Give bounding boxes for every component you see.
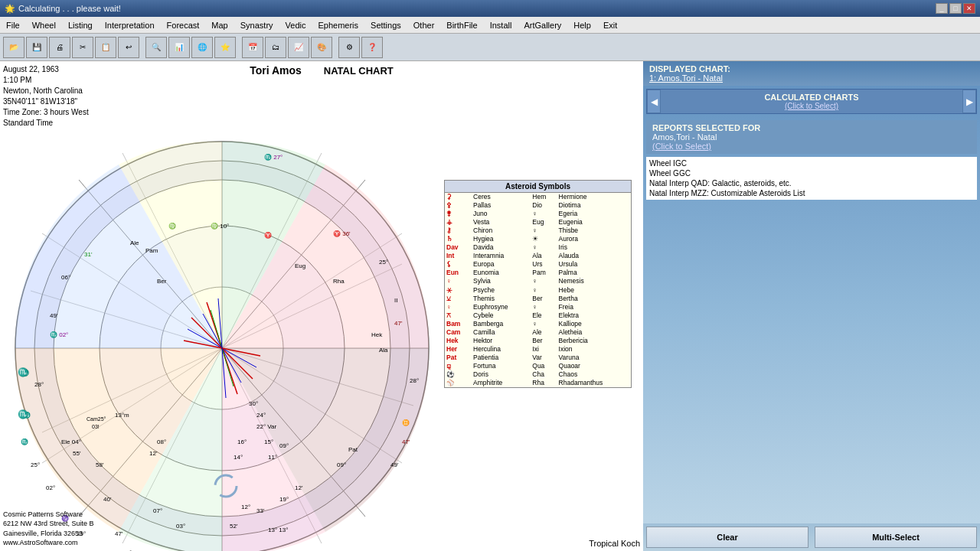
menu-item-artgallery[interactable]: ArtGallery <box>518 19 567 31</box>
close-button[interactable]: ✕ <box>963 3 975 14</box>
svg-text:♏: ♏ <box>21 438 28 445</box>
reports-subtitle[interactable]: (Click to Select) <box>652 142 971 151</box>
toolbar-btn-14[interactable]: ⚙ <box>338 37 360 58</box>
toolbar-btn-15[interactable]: ❓ <box>361 37 383 58</box>
report-item-2[interactable]: Natal Interp QAD: Galactic, asteroids, e… <box>648 178 975 188</box>
svg-text:28°: 28° <box>34 381 44 388</box>
toolbar-btn-3[interactable]: ✂ <box>72 37 93 58</box>
chart-date: August 22, 1963 <box>3 64 89 75</box>
svg-text:♈: ♈ <box>264 231 272 239</box>
displayed-chart-section: DISPLAYED CHART: 1: Amos,Tori - Natal <box>643 61 980 86</box>
asteroid-row-19: PatPatientiaVarVaruna <box>445 354 631 362</box>
svg-text:49': 49' <box>390 461 399 468</box>
toolbar-btn-12[interactable]: 📈 <box>288 37 309 58</box>
toolbar-btn-1[interactable]: 💾 <box>26 37 47 58</box>
menu-item-wheel[interactable]: Wheel <box>26 19 62 31</box>
menu-item-file[interactable]: File <box>0 19 26 31</box>
menu-item-listing[interactable]: Listing <box>62 19 99 31</box>
svg-text:47': 47' <box>115 530 123 537</box>
title-text: Calculating . . . please wait! <box>18 4 936 13</box>
menu-item-settings[interactable]: Settings <box>364 19 407 31</box>
menu-item-vedic[interactable]: Vedic <box>279 19 312 31</box>
svg-text:13°m: 13°m <box>115 412 129 419</box>
svg-text:28°: 28° <box>410 377 419 384</box>
svg-text:♍ 10°: ♍ 10° <box>211 222 229 230</box>
asteroid-row-21: ⚽DorisChaChaos <box>445 370 631 379</box>
asteroid-symbols-box: Asteroid Symbols ⚳CeresHemHermione⚴Palla… <box>444 180 632 388</box>
svg-text:07°: 07° <box>153 507 162 514</box>
multi-select-button[interactable]: Multi-Select <box>815 527 977 548</box>
svg-text:02°: 02° <box>46 484 55 491</box>
menu-item-interpretation[interactable]: Interpretation <box>99 19 161 31</box>
svg-text:Rha: Rha <box>333 278 345 285</box>
right-bottom-space <box>643 200 980 523</box>
displayed-chart-title: DISPLAYED CHART: <box>649 64 974 73</box>
asteroid-row-13: ♀Euphrosyne♀Freia <box>445 303 631 311</box>
footer-line3: Gainesville, Florida 32653 <box>3 529 94 539</box>
report-item-1[interactable]: Wheel GGC <box>648 168 975 178</box>
chart-footer-right: Tropical Koch <box>589 539 640 548</box>
asteroid-row-0: ⚳CeresHemHermione <box>445 193 631 201</box>
maximize-button[interactable]: □ <box>949 3 962 14</box>
svg-text:Pat: Pat <box>348 446 358 453</box>
svg-text:Ale: Ale <box>130 240 139 246</box>
asteroid-row-7: IntInteramniaAlaAlauda <box>445 252 631 260</box>
toolbar-btn-4[interactable]: 📋 <box>95 37 116 58</box>
report-item-0[interactable]: Wheel IGC <box>648 158 975 168</box>
calc-charts-prev-arrow[interactable]: ◀ <box>647 90 661 113</box>
svg-text:40': 40' <box>103 496 112 503</box>
asteroid-row-12: ⚺ThemisBerBertha <box>445 295 631 303</box>
toolbar-btn-8[interactable]: 🌐 <box>191 37 213 58</box>
menu-item-synastry[interactable]: Synastry <box>234 19 279 31</box>
svg-text:11°: 11° <box>268 454 277 461</box>
calc-charts-subtitle[interactable]: (Click to Select) <box>664 102 959 110</box>
menu-item-other[interactable]: Other <box>407 19 441 31</box>
reports-name: Amos,Tori - Natal <box>652 132 971 142</box>
asteroid-row-11: ⚹Psyche♀Hebe <box>445 286 631 295</box>
chart-type: NATAL CHART <box>324 65 394 77</box>
clear-button[interactable]: Clear <box>646 527 808 548</box>
main-layout: August 22, 1963 1:10 PM Newton, North Ca… <box>0 61 980 551</box>
menu-item-exit[interactable]: Exit <box>597 19 623 31</box>
svg-text:08°: 08° <box>157 439 166 445</box>
toolbar-btn-9[interactable]: ⭐ <box>214 37 236 58</box>
menu-item-help[interactable]: Help <box>567 19 597 31</box>
svg-text:12': 12' <box>295 484 303 491</box>
toolbar-btn-7[interactable]: 📊 <box>168 37 190 58</box>
minimize-button[interactable]: _ <box>936 3 948 14</box>
menu-item-ephemeris[interactable]: Ephemeris <box>312 19 364 31</box>
toolbar-btn-11[interactable]: 🗂 <box>265 37 286 58</box>
toolbar-btn-6[interactable]: 🔍 <box>145 37 167 58</box>
menu-item-birthfile[interactable]: BirthFile <box>440 19 483 31</box>
svg-text:30°: 30° <box>249 400 258 407</box>
svg-text:Pam: Pam <box>145 247 158 254</box>
bottom-buttons: Clear Multi-Select <box>643 523 980 551</box>
asteroid-row-9: EunEunomiaPamPalma <box>445 269 631 277</box>
footer-line4: www.AstroSoftware.com <box>3 538 94 548</box>
natal-chart-svg: ♏ 27° ♍ ♍ 10° ♈ 36' 31' 25° 06° II 49' ♏… <box>4 115 440 551</box>
displayed-chart-value[interactable]: 1: Amos,Tori - Natal <box>649 73 974 83</box>
menu-item-map[interactable]: Map <box>205 19 234 31</box>
svg-text:♈ 36': ♈ 36' <box>333 230 351 237</box>
svg-text:Ala: Ala <box>379 347 388 354</box>
reports-section: REPORTS SELECTED FOR Amos,Tori - Natal (… <box>646 120 977 154</box>
toolbar-btn-13[interactable]: 🎨 <box>311 37 332 58</box>
svg-text:♏ 27°: ♏ 27° <box>264 153 283 161</box>
report-item-3[interactable]: Natal Interp MZZ: Customizable Asteroids… <box>648 188 975 198</box>
svg-text:19°: 19° <box>279 496 289 503</box>
svg-text:03°: 03° <box>176 523 185 530</box>
toolbar-btn-10[interactable]: 📅 <box>242 37 263 58</box>
calc-charts-next-arrow[interactable]: ▶ <box>962 90 976 113</box>
menu-item-forecast[interactable]: Forecast <box>161 19 206 31</box>
svg-text:16°: 16° <box>237 439 247 445</box>
chart-footer: Cosmic Patterns Software 6212 NW 43rd St… <box>3 510 94 548</box>
asteroid-row-6: DavDavida♀Iris <box>445 243 631 252</box>
svg-text:49': 49' <box>50 312 58 319</box>
reports-list: Wheel IGCWheel GGCNatal Interp QAD: Gala… <box>646 157 977 200</box>
toolbar-btn-5[interactable]: ↩ <box>118 37 139 58</box>
svg-text:12': 12' <box>149 450 158 457</box>
menu-item-install[interactable]: Install <box>484 19 518 31</box>
toolbar-btn-0[interactable]: 📂 <box>3 37 24 58</box>
svg-text:♏ 02°: ♏ 02° <box>50 331 68 338</box>
toolbar-btn-2[interactable]: 🖨 <box>49 37 70 58</box>
